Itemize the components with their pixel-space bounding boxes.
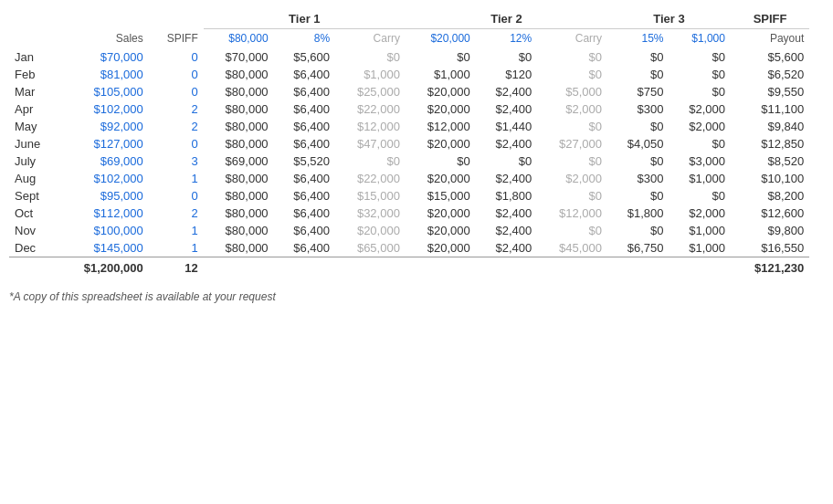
table-row: Mar$105,0000$80,000$6,400$25,000$20,000$…: [9, 83, 824, 100]
t1-sales-cell: $80,000: [204, 222, 274, 239]
t1-carry-cell: $12,000: [335, 118, 406, 135]
table-row: Dec$145,0001$80,000$6,400$65,000$20,000$…: [9, 239, 824, 257]
t2-sales-cell: $20,000: [406, 100, 476, 118]
t1-sales-cell: $80,000: [204, 170, 274, 187]
t1-spiff-cell: $5,600: [274, 48, 335, 66]
t1-carry-cell: $32,000: [335, 205, 406, 222]
table-row: July$69,0003$69,000$5,520$0$0$0$0$0$3,00…: [9, 152, 824, 170]
tier3-header: Tier 3: [607, 9, 731, 29]
spiff-val-cell: $1,000: [670, 170, 731, 187]
sales-cell: $102,000: [57, 170, 148, 187]
t1-carry-cell: $0: [335, 48, 406, 66]
month-cell: Feb: [9, 66, 57, 83]
month-cell: Nov: [9, 222, 57, 239]
t1-carry-cell: $20,000: [335, 222, 406, 239]
t1-sales-cell: $80,000: [204, 83, 274, 100]
payout-cell: $5,600: [731, 48, 809, 66]
t1-spiff-cell: $6,400: [274, 83, 335, 100]
t2-carry-cell: $0: [537, 66, 607, 83]
spiff-count-cell: 2: [149, 118, 204, 135]
t2-spiff-cell: $120: [476, 66, 537, 83]
sales-col-header: Sales: [57, 29, 148, 49]
month-cell: Dec: [9, 239, 57, 257]
t1-spiff-cell: $6,400: [274, 187, 335, 205]
payout-cell: $9,840: [731, 118, 809, 135]
t1-carry-cell: $22,000: [335, 100, 406, 118]
t2-sales-col-header: $20,000: [406, 29, 476, 49]
t2-sales-cell: $20,000: [406, 135, 476, 152]
spiff-count-cell: 1: [149, 170, 204, 187]
t2-sales-cell: $1,000: [406, 66, 476, 83]
month-cell: July: [9, 152, 57, 170]
t2-spiff-cell: $1,440: [476, 118, 537, 135]
spiff-val-cell: $0: [670, 135, 731, 152]
t1-carry-cell: $65,000: [335, 239, 406, 257]
t1-sales-cell: $70,000: [204, 48, 274, 66]
t1-sales-cell: $80,000: [204, 205, 274, 222]
spiff-count-cell: 1: [149, 239, 204, 257]
totals-t1b: [274, 257, 335, 278]
totals-spiff: [670, 257, 731, 278]
spiff-count-cell: 0: [149, 187, 204, 205]
t2-carry-cell: $0: [537, 187, 607, 205]
sales-cell: $92,000: [57, 118, 148, 135]
spiff-val-cell: $0: [670, 66, 731, 83]
t2-sales-cell: $0: [406, 48, 476, 66]
sales-cell: $102,000: [57, 100, 148, 118]
t1-carry-col-header: Carry: [335, 29, 406, 49]
t1-sales-cell: $80,000: [204, 239, 274, 257]
spiff-val-cell: $2,000: [670, 205, 731, 222]
t3-spiff-cell: $0: [607, 118, 669, 135]
t2-sales-cell: $20,000: [406, 239, 476, 257]
t3-spiff-cell: $0: [607, 187, 669, 205]
totals-month: [9, 257, 57, 278]
totals-row: $1,200,000 12 $121,230: [9, 257, 824, 278]
totals-spiff-count: 12: [149, 257, 204, 278]
payout-cell: $10,100: [731, 170, 809, 187]
payout-cell: $8,520: [731, 152, 809, 170]
t3-spiff-cell: $1,800: [607, 205, 669, 222]
t1-spiff-cell: $6,400: [274, 100, 335, 118]
t1-spiff-cell: $6,400: [274, 66, 335, 83]
payout-header-blank: [809, 9, 824, 29]
payout-cell: $16,550: [731, 239, 809, 257]
table-row: Oct$112,0002$80,000$6,400$32,000$20,000$…: [9, 205, 824, 222]
payout-col-header: Payout: [731, 29, 809, 49]
totals-sales: $1,200,000: [57, 257, 148, 278]
month-col-header: [9, 29, 57, 49]
sales-cell: $105,000: [57, 83, 148, 100]
sales-cell: $112,000: [57, 205, 148, 222]
t2-carry-cell: $0: [537, 48, 607, 66]
month-cell: Aug: [9, 170, 57, 187]
spiff-count-cell: 0: [149, 66, 204, 83]
t2-spiff-cell: $2,400: [476, 239, 537, 257]
month-cell: Oct: [9, 205, 57, 222]
spiff-count-cell: 2: [149, 100, 204, 118]
totals-t2b: [476, 257, 537, 278]
t3-pct-col-header: 15%: [607, 29, 669, 49]
totals-payout: $121,230: [731, 257, 809, 278]
spiff-val-cell: $2,000: [670, 118, 731, 135]
t2-carry-col-header: Carry: [537, 29, 607, 49]
t1-spiff-cell: $6,400: [274, 222, 335, 239]
payout-cell: $12,600: [731, 205, 809, 222]
t2-carry-cell: $27,000: [537, 135, 607, 152]
t2-spiff-cell: $2,400: [476, 135, 537, 152]
payout-cell: $9,550: [731, 83, 809, 100]
t2-spiff-cell: $2,400: [476, 83, 537, 100]
t1-sales-cell: $80,000: [204, 66, 274, 83]
t2-spiff-cell: $2,400: [476, 222, 537, 239]
table-body: Jan$70,0000$70,000$5,600$0$0$0$0$0$0$5,6…: [9, 48, 824, 257]
spiff-val-cell: $0: [670, 83, 731, 100]
t1-carry-cell: $22,000: [335, 170, 406, 187]
t2-carry-cell: $0: [537, 152, 607, 170]
t2-carry-cell: $2,000: [537, 100, 607, 118]
t1-carry-cell: $0: [335, 152, 406, 170]
t2-spiff-cell: $2,400: [476, 205, 537, 222]
t1-sales-cell: $80,000: [204, 118, 274, 135]
spiff-count-cell: 0: [149, 48, 204, 66]
table-row: Nov$100,0001$80,000$6,400$20,000$20,000$…: [9, 222, 824, 239]
spiff-count-cell: 3: [149, 152, 204, 170]
sales-cell: $70,000: [57, 48, 148, 66]
t3-spiff-cell: $4,050: [607, 135, 669, 152]
